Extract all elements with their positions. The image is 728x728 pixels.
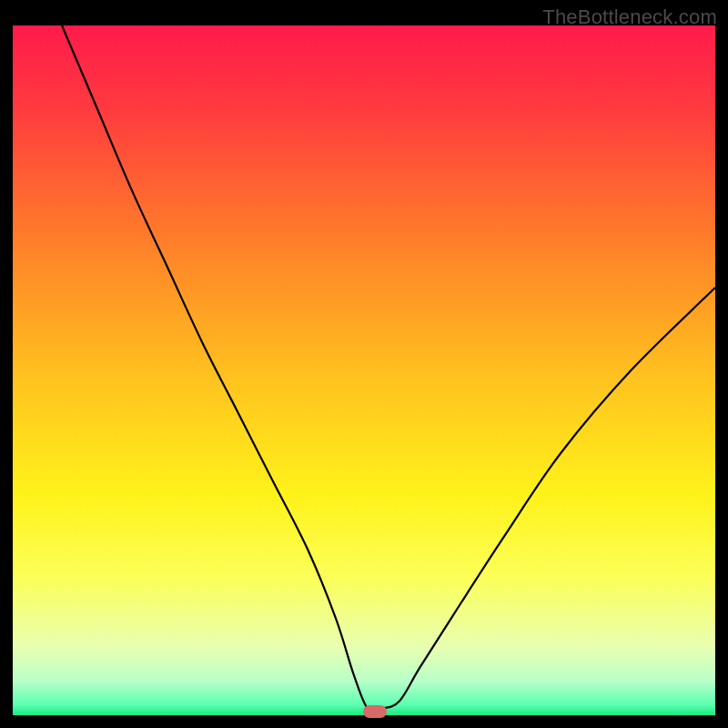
plot-area	[13, 25, 715, 715]
watermark-text: TheBottleneck.com	[542, 5, 717, 29]
optimal-marker	[363, 705, 387, 718]
chart-frame: TheBottleneck.com	[0, 0, 728, 728]
bottleneck-curve-svg	[13, 25, 715, 715]
bottleneck-curve-path	[62, 25, 715, 712]
